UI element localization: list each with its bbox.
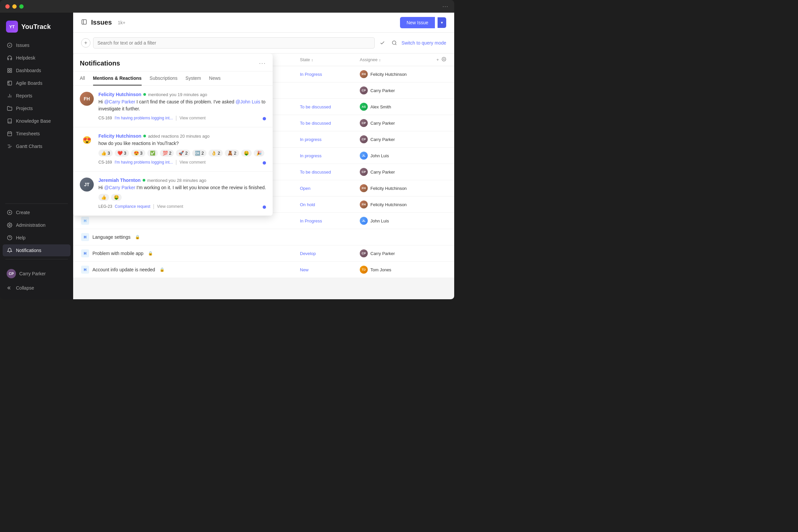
svg-rect-5 xyxy=(8,81,12,85)
notification-username[interactable]: Felicity Hutchinson xyxy=(98,92,141,97)
reaction-badge[interactable]: 🆗 2 xyxy=(192,150,207,157)
assignee-avatar: TJ xyxy=(360,266,368,274)
user-profile[interactable]: CP Carry Parker xyxy=(3,266,71,281)
column-header-state[interactable]: State ↕ xyxy=(300,57,360,62)
reaction-badge[interactable]: 👍 3 xyxy=(98,150,113,157)
sidebar-item-gantt-charts[interactable]: Gantt Charts xyxy=(3,140,71,152)
sidebar-item-knowledge-base[interactable]: Knowledge Base xyxy=(3,115,71,127)
assignee-sort-icon[interactable]: ↕ xyxy=(379,58,381,62)
new-issue-button[interactable]: New Issue xyxy=(400,17,435,28)
sidebar-item-timesheets[interactable]: Timesheets xyxy=(3,128,71,140)
search-icon[interactable] xyxy=(390,38,399,48)
notification-item: FH Felicity Hutchinson mentioned you 19 … xyxy=(73,86,273,127)
maximize-button[interactable] xyxy=(19,4,24,8)
filter-icon[interactable] xyxy=(377,38,387,48)
reaction-badge[interactable]: 👌 2 xyxy=(208,150,223,157)
view-comment-link[interactable]: View comment xyxy=(157,204,183,209)
headset-icon xyxy=(7,55,13,61)
table-row[interactable]: H Problem with mobile app 🔒 Develop CP C… xyxy=(73,245,454,262)
reaction-badge[interactable]: 🚀 2 xyxy=(176,150,190,157)
minimize-button[interactable] xyxy=(12,4,17,8)
notification-username[interactable]: Jeremiah Thornton xyxy=(98,177,141,183)
notification-username[interactable]: Felicity Hutchinson xyxy=(98,133,141,139)
new-issue-arrow-button[interactable]: ▾ xyxy=(438,17,446,28)
sidebar-item-dashboards[interactable]: Dashboards xyxy=(3,64,71,76)
state-badge: In progress xyxy=(300,153,322,158)
sidebar-item-projects[interactable]: Projects xyxy=(3,102,71,114)
sidebar-toggle-icon[interactable] xyxy=(81,19,87,26)
close-button[interactable] xyxy=(5,4,10,8)
reaction-badge[interactable]: 🤑 xyxy=(111,194,122,201)
sidebar: YT YouTrack Issues Helpdesk xyxy=(0,13,73,299)
lock-icon: 🔒 xyxy=(135,235,140,240)
sidebar-item-helpdesk[interactable]: Helpdesk xyxy=(3,52,71,64)
column-header-assignee[interactable]: Assignee ↕ xyxy=(360,57,433,62)
state-cell: To be discussed xyxy=(300,169,360,175)
state-sort-icon[interactable]: ↕ xyxy=(311,58,313,62)
settings-icon[interactable] xyxy=(441,57,446,62)
notification-action: mentioned you 28 minutes ago xyxy=(147,178,207,183)
switch-query-mode-button[interactable]: Switch to query mode xyxy=(401,40,446,45)
reaction-badge[interactable]: ✅ xyxy=(147,150,158,157)
assignee-name: Felicity Hutchinson xyxy=(370,186,407,191)
add-column-icon[interactable]: + xyxy=(436,57,439,62)
sidebar-item-administration[interactable]: Administration xyxy=(3,219,71,231)
search-add-filter-button[interactable]: + xyxy=(81,38,91,48)
assignee-cell: JL John Luis xyxy=(360,152,433,159)
reaction-badge[interactable]: ❤️ 3 xyxy=(115,150,129,157)
reaction-badge[interactable]: 🧸 2 xyxy=(225,150,239,157)
sidebar-item-issues[interactable]: Issues xyxy=(3,39,71,51)
table-row[interactable]: H Account info update is needed 🔒 New TJ… xyxy=(73,262,454,278)
svg-rect-2 xyxy=(10,69,12,70)
state-label: State xyxy=(300,57,310,62)
table-row[interactable]: H Language settings 🔒 xyxy=(73,229,454,245)
unread-indicator xyxy=(263,117,266,120)
notifications-header: Notifications ··· xyxy=(73,54,273,72)
reaction-badge[interactable]: 😍 3 xyxy=(131,150,145,157)
sidebar-item-create[interactable]: Create xyxy=(3,207,71,218)
mention[interactable]: @John Luis xyxy=(236,99,260,104)
grid-icon xyxy=(7,68,13,74)
issue-link[interactable]: I'm having problems logging int... xyxy=(115,116,173,120)
collapse-label: Collapse xyxy=(16,285,34,291)
assignee-avatar: CP xyxy=(360,135,368,143)
issue-link[interactable]: Compliance request xyxy=(115,204,150,209)
assignee-avatar: FH xyxy=(360,184,368,192)
sidebar-collapse[interactable]: Collapse xyxy=(3,282,71,294)
sidebar-item-label: Notifications xyxy=(16,248,41,253)
view-comment-link[interactable]: View comment xyxy=(179,116,206,120)
state-badge: On hold xyxy=(300,202,315,207)
tab-news[interactable]: News xyxy=(209,72,221,86)
tab-subscriptions[interactable]: Subscriptions xyxy=(150,72,177,86)
sidebar-item-label: Projects xyxy=(16,106,33,111)
sidebar-item-help[interactable]: Help xyxy=(3,232,71,244)
view-comment-link[interactable]: View comment xyxy=(179,160,206,165)
notifications-menu-button[interactable]: ··· xyxy=(259,60,266,67)
tab-system[interactable]: System xyxy=(186,72,201,86)
tab-all[interactable]: All xyxy=(80,72,85,86)
reaction-badge[interactable]: 🎉 xyxy=(254,150,264,157)
tab-mentions-reactions[interactable]: Mentions & Reactions xyxy=(93,72,141,86)
assignee-cell: FH Felicity Hutchinson xyxy=(360,184,433,192)
assignee-name: Carry Parker xyxy=(370,88,395,93)
search-input[interactable] xyxy=(93,37,375,49)
mention[interactable]: @Carry Parker xyxy=(104,99,135,104)
mention[interactable]: @Carry Parker xyxy=(104,185,135,190)
chevron-left-icon xyxy=(7,285,13,291)
layout-icon xyxy=(7,80,13,86)
sidebar-item-label: Create xyxy=(16,210,30,215)
reaction-badge[interactable]: 💯 2 xyxy=(160,150,174,157)
state-cell: New xyxy=(300,267,360,273)
sidebar-item-reports[interactable]: Reports xyxy=(3,90,71,102)
brand[interactable]: YT YouTrack xyxy=(0,18,73,39)
sidebar-item-agile-boards[interactable]: Agile Boards xyxy=(3,77,71,89)
assignee-cell: FH Felicity Hutchinson xyxy=(360,201,433,208)
notification-message: Hi @Carry Parker I'm working on it. I wi… xyxy=(98,184,266,191)
reaction-badge[interactable]: 👍 xyxy=(98,194,109,201)
lock-icon: 🔒 xyxy=(148,251,153,256)
sidebar-item-notifications[interactable]: Notifications xyxy=(3,244,71,256)
reaction-badge[interactable]: 🤑 xyxy=(241,150,252,157)
assignee-name: Carry Parker xyxy=(370,121,395,126)
titlebar-menu[interactable]: ⋯ xyxy=(442,3,449,10)
issue-link[interactable]: I'm having problems logging int... xyxy=(115,160,173,165)
